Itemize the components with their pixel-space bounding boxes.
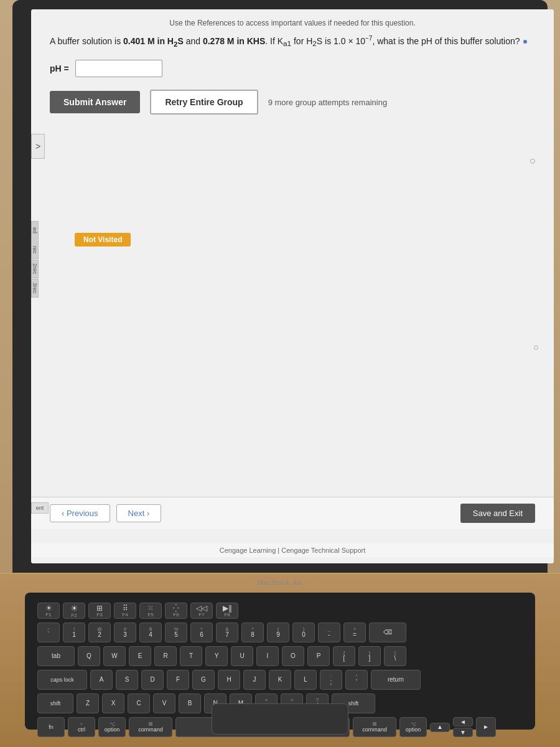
key-f2[interactable]: ☀ F2 xyxy=(63,603,85,619)
question-text: A buffer solution is 0.401 M in H2S and … xyxy=(50,34,535,50)
key-up[interactable]: ▲ xyxy=(430,723,450,732)
key-0[interactable]: ) 0 xyxy=(292,622,315,642)
key-2[interactable]: @ 2 xyxy=(88,622,111,642)
key-v[interactable]: V xyxy=(153,693,175,713)
key-f5[interactable]: ⁙ F5 xyxy=(139,603,162,619)
key-f3[interactable]: ⊞ F3 xyxy=(88,603,111,619)
key-z[interactable]: Z xyxy=(77,693,99,713)
key-cmd-left[interactable]: ⌘ command xyxy=(129,717,172,737)
key-a[interactable]: A xyxy=(90,670,113,690)
key-9[interactable]: ( 9 xyxy=(267,622,289,642)
page-content: Use the References to access important v… xyxy=(31,9,554,563)
decoration-dot-2 xyxy=(534,345,538,350)
launchpad-icon: ⠿ xyxy=(123,604,128,613)
key-ctrl[interactable]: ^ ctrl xyxy=(68,717,95,737)
key-r[interactable]: R xyxy=(154,646,177,666)
previous-button[interactable]: ‹ Previous xyxy=(50,504,110,522)
key-fn[interactable]: fn xyxy=(37,717,65,737)
key-s[interactable]: S xyxy=(116,670,138,690)
key-t[interactable]: T xyxy=(180,646,202,666)
prev-next-buttons: ‹ Previous Next › xyxy=(50,504,161,522)
key-f4[interactable]: ⠿ F4 xyxy=(114,603,136,619)
asdf-key-row: caps lock A S D F G H J K L : ; " ' xyxy=(37,670,523,690)
key-option-right[interactable]: ⌥ option xyxy=(399,717,427,737)
sidebar-item-3rec[interactable]: 3rec xyxy=(31,279,39,298)
key-delete[interactable]: ⌫ xyxy=(369,622,406,642)
key-k[interactable]: K xyxy=(269,670,291,690)
key-option[interactable]: ⌥ option xyxy=(98,717,126,737)
rewind-icon: ◁◁ xyxy=(196,604,207,613)
key-backtick[interactable]: ~ ` xyxy=(37,622,60,642)
key-return[interactable]: return xyxy=(371,670,421,690)
key-j[interactable]: J xyxy=(243,670,266,690)
key-f6[interactable]: ⁛ F6 xyxy=(165,603,187,619)
keyboard-area: MacBook Air ☀ F1 ☀ F2 ⊞ F3 ⠿ F4 xyxy=(0,573,560,747)
key-cmd-right[interactable]: ⌘ command xyxy=(353,717,396,737)
key-caps[interactable]: caps lock xyxy=(37,670,87,690)
key-y[interactable]: Y xyxy=(205,646,228,666)
key-8[interactable]: * 8 xyxy=(241,622,264,642)
sidebar-item-ent[interactable]: ent xyxy=(31,502,49,514)
key-left[interactable]: ◄ xyxy=(453,717,473,726)
key-3[interactable]: # 3 xyxy=(114,622,136,642)
trackpad[interactable] xyxy=(212,703,348,735)
save-exit-button[interactable]: Save and Exit xyxy=(460,504,535,523)
key-w[interactable]: W xyxy=(103,646,126,666)
key-minus[interactable]: _ - xyxy=(318,622,340,642)
keyboard-backlight-low-icon: ⁙ xyxy=(147,604,154,613)
key-equals[interactable]: + = xyxy=(343,622,366,642)
bottom-nav: ‹ Previous Next › Save and Exit xyxy=(31,497,554,529)
key-h[interactable]: H xyxy=(218,670,240,690)
key-5[interactable]: % 5 xyxy=(165,622,187,642)
key-l[interactable]: L xyxy=(294,670,317,690)
sidebar-item-ed[interactable]: ed xyxy=(31,221,39,240)
decoration-dot-1 xyxy=(530,159,535,164)
key-backslash[interactable]: | \ xyxy=(384,646,406,666)
key-q[interactable]: Q xyxy=(78,646,100,666)
key-right[interactable]: ► xyxy=(476,717,496,737)
key-f8[interactable]: ▶‖ F8 xyxy=(216,603,238,619)
retry-button[interactable]: Retry Entire Group xyxy=(150,90,258,115)
number-key-row: ~ ` ! 1 @ 2 # 3 $ 4 xyxy=(37,622,523,642)
key-g[interactable]: G xyxy=(192,670,215,690)
key-4[interactable]: $ 4 xyxy=(139,622,162,642)
submit-button[interactable]: Submit Answer xyxy=(50,91,140,113)
key-x[interactable]: X xyxy=(102,693,124,713)
key-f7[interactable]: ◁◁ F7 xyxy=(190,603,213,619)
not-visited-area: Not Visited xyxy=(56,227,535,247)
key-o[interactable]: O xyxy=(282,646,304,666)
qwerty-key-row: tab Q W E R T Y U I O P { [ } ] xyxy=(37,646,523,666)
key-c[interactable]: C xyxy=(128,693,150,713)
key-semicolon[interactable]: : ; xyxy=(320,670,342,690)
key-b[interactable]: B xyxy=(179,693,201,713)
key-e[interactable]: E xyxy=(129,646,151,666)
fn-key-row: ☀ F1 ☀ F2 ⊞ F3 ⠿ F4 ⁙ F5 xyxy=(37,603,523,619)
sidebar-item-2rec[interactable]: 2rec xyxy=(31,260,39,278)
key-1[interactable]: ! 1 xyxy=(63,622,85,642)
key-d[interactable]: D xyxy=(141,670,164,690)
key-p[interactable]: P xyxy=(307,646,330,666)
ph-label: pH = xyxy=(50,63,69,73)
key-bracket-close[interactable]: } ] xyxy=(358,646,381,666)
play-pause-icon: ▶‖ xyxy=(223,604,232,613)
key-6[interactable]: ^ 6 xyxy=(190,622,213,642)
brightness-high-icon: ☀ xyxy=(70,603,78,613)
attempts-text: 9 more group attempts remaining xyxy=(268,98,387,107)
next-button[interactable]: Next › xyxy=(116,504,162,522)
ph-input[interactable] xyxy=(75,60,162,77)
key-u[interactable]: U xyxy=(231,646,253,666)
key-i[interactable]: I xyxy=(256,646,279,666)
keyboard-backlight-high-icon: ⁛ xyxy=(173,604,179,613)
sidebar-item-rec[interactable]: rec xyxy=(31,240,39,259)
screen-bezel: Use the References to access important v… xyxy=(12,0,548,573)
key-f[interactable]: F xyxy=(167,670,189,690)
key-down[interactable]: ▼ xyxy=(453,728,473,737)
key-shift-left[interactable]: shift xyxy=(37,693,73,713)
key-bracket-open[interactable]: { [ xyxy=(333,646,355,666)
key-7[interactable]: & 7 xyxy=(216,622,238,642)
sidebar-toggle[interactable]: > xyxy=(31,134,45,159)
brightness-low-icon: ☀ xyxy=(45,604,52,613)
key-f1[interactable]: ☀ F1 xyxy=(37,603,60,619)
key-quote[interactable]: " ' xyxy=(345,670,368,690)
key-tab[interactable]: tab xyxy=(37,646,75,666)
